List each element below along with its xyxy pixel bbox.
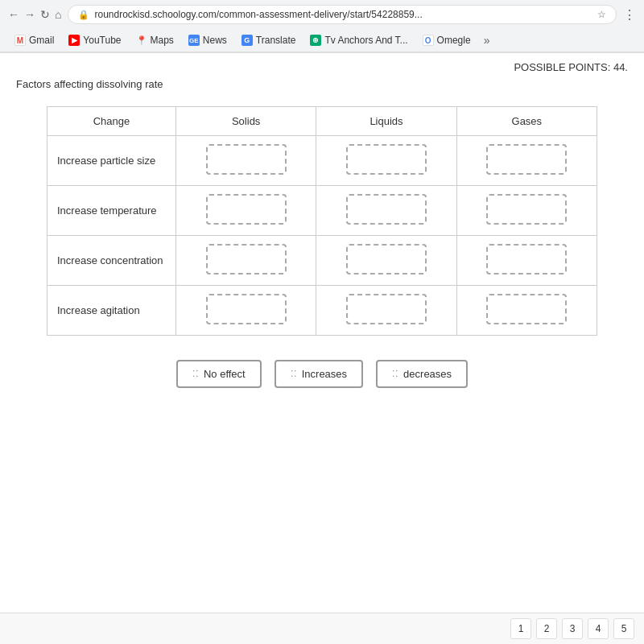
page-5-button[interactable]: 5: [613, 618, 634, 639]
bookmarks-bar: M Gmail ▶ YouTube 📍 Maps GE News G Trans…: [0, 29, 644, 52]
drag-item-no-effect-label: No effect: [204, 368, 246, 380]
gmail-label: Gmail: [29, 35, 54, 46]
translate-label: Translate: [256, 35, 296, 46]
bookmark-star-icon[interactable]: ☆: [597, 9, 606, 20]
drop-zone-temp-solids[interactable]: [176, 186, 316, 236]
col-header-solids: Solids: [176, 107, 316, 136]
col-header-change: Change: [47, 107, 176, 136]
drag-item-decreases[interactable]: ⁚⁚ decreases: [376, 360, 468, 388]
omegle-label: Omegle: [437, 35, 471, 46]
bookmark-omegle[interactable]: O Omegle: [416, 32, 477, 48]
drag-items-container: ⁚⁚ No effect ⁚⁚ Increases ⁚⁚ decreases: [16, 360, 628, 388]
drop-zone-particle-liquids[interactable]: [316, 136, 456, 186]
possible-points: POSSIBLE POINTS: 44.: [16, 61, 628, 73]
bookmark-tv-anchors[interactable]: ⊕ Tv Anchors And T...: [303, 32, 414, 48]
maps-label: Maps: [151, 35, 174, 46]
drop-zone-conc-gases[interactable]: [456, 236, 597, 286]
menu-icon[interactable]: ⋮: [623, 7, 636, 23]
more-bookmarks-button[interactable]: »: [479, 31, 495, 49]
drop-zone-agit-gases[interactable]: [456, 286, 597, 336]
tv-anchors-label: Tv Anchors And T...: [324, 35, 407, 46]
drop-zone-temp-gases[interactable]: [456, 186, 597, 236]
drop-zone-particle-gases[interactable]: [456, 136, 597, 186]
page-3-button[interactable]: 3: [562, 618, 583, 639]
home-button[interactable]: ⌂: [55, 8, 61, 21]
page-content: POSSIBLE POINTS: 44. Factors affecting d…: [0, 53, 644, 639]
drop-zone-conc-liquids[interactable]: [316, 236, 456, 286]
drop-area[interactable]: [346, 294, 427, 324]
bookmark-youtube[interactable]: ▶ YouTube: [62, 32, 127, 48]
page-4-button[interactable]: 4: [588, 618, 609, 639]
drop-area[interactable]: [346, 144, 427, 175]
drag-handle-icon: ⁚⁚: [192, 369, 199, 379]
table-row: Increase agitation: [47, 286, 597, 336]
row-label-concentration: Increase concentration: [47, 236, 176, 286]
forward-button[interactable]: →: [24, 8, 35, 21]
url-text: roundrockisd.schoology.com/common-assess…: [94, 9, 422, 20]
back-button[interactable]: ←: [8, 8, 19, 21]
drag-item-increases[interactable]: ⁚⁚ Increases: [275, 360, 363, 388]
drop-area[interactable]: [486, 294, 567, 324]
gmail-icon: M: [14, 35, 26, 46]
news-label: News: [203, 35, 227, 46]
bookmark-news[interactable]: GE News: [182, 32, 233, 48]
youtube-label: YouTube: [83, 35, 121, 46]
row-label-temperature: Increase temperature: [47, 186, 176, 236]
drop-area[interactable]: [346, 194, 427, 225]
page-2-button[interactable]: 2: [536, 618, 557, 639]
drop-area[interactable]: [206, 244, 287, 275]
url-box[interactable]: 🔒 roundrockisd.schoology.com/common-asse…: [68, 5, 617, 24]
omegle-icon: O: [423, 35, 434, 46]
table-row: Increase temperature: [47, 186, 597, 236]
youtube-icon: ▶: [68, 35, 80, 46]
reload-button[interactable]: ↻: [40, 8, 50, 21]
tv-icon: ⊕: [310, 35, 321, 46]
bottom-bar: 1 2 3 4 5: [0, 613, 644, 644]
drop-area[interactable]: [206, 144, 287, 175]
drop-area[interactable]: [206, 194, 287, 225]
address-bar: ← → ↻ ⌂ 🔒 roundrockisd.schoology.com/com…: [0, 0, 644, 29]
translate-icon: G: [242, 35, 253, 46]
drop-area[interactable]: [346, 244, 427, 275]
page-1-button[interactable]: 1: [510, 618, 531, 639]
drop-zone-temp-liquids[interactable]: [316, 186, 456, 236]
drag-handle-icon: ⁚⁚: [392, 369, 398, 379]
table-row: Increase concentration: [47, 236, 597, 286]
lock-icon: 🔒: [78, 10, 89, 20]
drag-handle-icon: ⁚⁚: [291, 369, 297, 379]
question-title: Factors affecting dissolving rate: [16, 78, 628, 90]
drag-item-no-effect[interactable]: ⁚⁚ No effect: [176, 360, 262, 388]
bookmark-translate[interactable]: G Translate: [235, 32, 303, 48]
browser-chrome: ← → ↻ ⌂ 🔒 roundrockisd.schoology.com/com…: [0, 0, 644, 53]
drag-item-increases-label: Increases: [302, 368, 347, 380]
col-header-gases: Gases: [456, 107, 597, 136]
drop-area[interactable]: [206, 294, 287, 324]
drop-area[interactable]: [486, 244, 567, 275]
drop-area[interactable]: [486, 194, 567, 225]
row-label-particle-size: Increase particle size: [47, 136, 176, 186]
row-label-agitation: Increase agitation: [47, 286, 176, 336]
maps-icon: 📍: [136, 35, 147, 46]
table-row: Increase particle size: [47, 136, 597, 186]
col-header-liquids: Liquids: [316, 107, 456, 136]
bookmark-maps[interactable]: 📍 Maps: [130, 32, 180, 48]
bookmark-gmail[interactable]: M Gmail: [8, 32, 60, 48]
drop-zone-agit-liquids[interactable]: [316, 286, 456, 336]
drop-area[interactable]: [486, 144, 567, 175]
drop-zone-particle-solids[interactable]: [176, 136, 316, 186]
drop-zone-conc-solids[interactable]: [176, 236, 316, 286]
drop-zone-agit-solids[interactable]: [176, 286, 316, 336]
dissolving-table: Change Solids Liquids Gases Increase par…: [47, 106, 597, 336]
news-icon: GE: [188, 35, 200, 46]
drag-item-decreases-label: decreases: [403, 368, 452, 380]
